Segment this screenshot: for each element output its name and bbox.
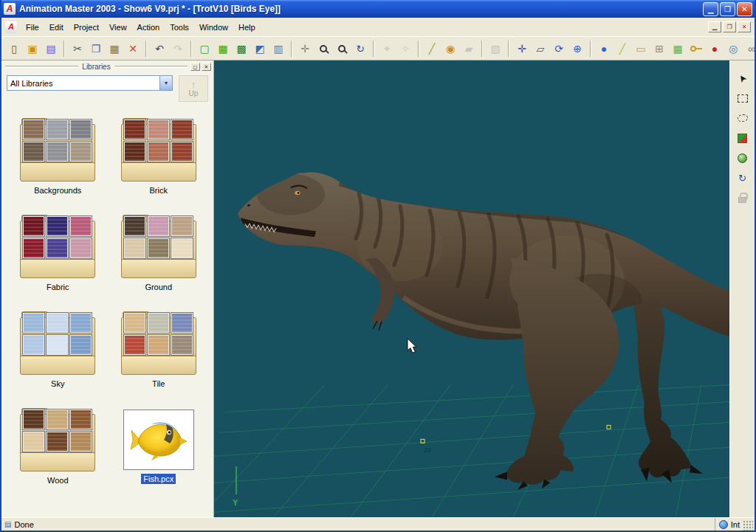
shaded-mode-button[interactable]: ▩ bbox=[233, 40, 250, 58]
texture-swatch bbox=[148, 238, 169, 258]
scale-tool-button[interactable]: ▱ bbox=[532, 40, 549, 58]
scale-tool-icon: ▱ bbox=[537, 44, 545, 54]
bound-mode-button[interactable]: ▢ bbox=[196, 40, 213, 58]
world-axes-button[interactable]: ⊕ bbox=[568, 40, 586, 58]
undo-button[interactable]: ↶ bbox=[151, 40, 168, 58]
bones-mode-button[interactable]: ╱ bbox=[423, 40, 441, 58]
lock-tool[interactable] bbox=[733, 189, 752, 207]
texture-swatch bbox=[47, 410, 68, 429]
resize-grip[interactable] bbox=[743, 520, 753, 531]
panel-collapse-button[interactable]: ◻ bbox=[190, 63, 200, 71]
close-button[interactable]: ✕ bbox=[737, 2, 752, 16]
toolbar-separator bbox=[373, 41, 374, 57]
key-button[interactable] bbox=[687, 40, 705, 58]
patch-select-tool[interactable] bbox=[733, 129, 752, 147]
delete-button[interactable]: ✕ bbox=[124, 40, 142, 58]
minimize-button[interactable]: ▁ bbox=[703, 2, 718, 16]
texture-swatch bbox=[47, 142, 68, 162]
pan-tool-button[interactable]: ✛ bbox=[296, 40, 314, 58]
rotate-tool-button[interactable]: ⟳ bbox=[550, 40, 568, 58]
shaded-mode-icon: ▩ bbox=[236, 44, 246, 54]
move-tool-button[interactable]: ✛ bbox=[513, 40, 531, 58]
toolbar-separator bbox=[145, 41, 147, 57]
new-project-button[interactable]: ▯ bbox=[5, 40, 23, 58]
menu-project[interactable]: Project bbox=[69, 20, 104, 35]
dynamics-button[interactable]: ▰ bbox=[460, 40, 478, 58]
up-button[interactable]: ↑ Up bbox=[179, 75, 208, 102]
ruler-button[interactable]: ▭ bbox=[632, 40, 650, 58]
menu-edit[interactable]: Edit bbox=[44, 20, 69, 35]
add-spline-button[interactable]: ╱ bbox=[614, 40, 631, 58]
library-item-fish-pcx[interactable]: Fish.pcx bbox=[111, 408, 206, 486]
document-icon: A bbox=[5, 21, 17, 33]
library-item-fabric[interactable]: Fabric bbox=[10, 215, 105, 292]
menu-file[interactable]: File bbox=[21, 20, 44, 35]
shaded-wireframe-mode-button[interactable]: ◩ bbox=[251, 40, 269, 58]
toolbar-separator bbox=[508, 41, 509, 57]
record-button[interactable]: ● bbox=[706, 40, 724, 58]
copy-button[interactable]: ❐ bbox=[87, 40, 105, 58]
header-groove bbox=[114, 66, 188, 68]
menu-window[interactable]: Window bbox=[194, 20, 233, 35]
lasso-tool-icon bbox=[738, 114, 748, 122]
library-item-sky[interactable]: Sky bbox=[10, 311, 105, 389]
texture-swatch bbox=[23, 120, 44, 139]
skeletal-mode-button[interactable]: ✦ bbox=[378, 40, 396, 58]
texture-swatch bbox=[124, 120, 145, 139]
status-connection-panel: Int bbox=[715, 518, 755, 531]
mdi-close-button[interactable]: ✕ bbox=[738, 21, 751, 32]
open-project-button[interactable]: ▣ bbox=[24, 40, 41, 58]
sphere-mode-tool[interactable] bbox=[733, 149, 752, 167]
scene-viewport[interactable]: 20 Y bbox=[214, 61, 729, 517]
toolbar-separator bbox=[291, 41, 292, 57]
main-area: Libraries ◻ ✕ All Libraries ▼ ↑ Up Backg… bbox=[1, 61, 755, 517]
library-item-backgrounds[interactable]: Backgrounds bbox=[10, 118, 105, 196]
manipulator-markers[interactable]: 20 bbox=[421, 425, 611, 454]
library-filter-select[interactable]: All Libraries ▼ bbox=[7, 75, 173, 91]
library-item-brick[interactable]: Brick bbox=[111, 118, 206, 196]
fish-thumbnail bbox=[123, 410, 194, 470]
menu-help[interactable]: Help bbox=[233, 20, 261, 35]
mdi-restore-button[interactable]: ❐ bbox=[723, 21, 736, 32]
internet-button[interactable]: ◎ bbox=[724, 40, 742, 58]
restore-button[interactable]: ❐ bbox=[720, 2, 735, 16]
zoom-fit-button[interactable] bbox=[333, 40, 351, 58]
trex-model[interactable] bbox=[238, 172, 729, 490]
texture-swatch bbox=[47, 313, 68, 333]
grid-button[interactable]: ⊞ bbox=[650, 40, 668, 58]
texture-swatch bbox=[124, 142, 145, 162]
cp-weights-button[interactable]: ◉ bbox=[441, 40, 459, 58]
lasso-tool[interactable] bbox=[733, 109, 752, 127]
link-button[interactable]: ∞ bbox=[743, 40, 755, 58]
texture-swatches bbox=[23, 216, 92, 258]
render-preview-button[interactable]: ● bbox=[595, 40, 613, 58]
turn-tool-button[interactable]: ↻ bbox=[351, 40, 369, 58]
texture-swatches bbox=[124, 313, 193, 355]
turn-view-tool[interactable]: ↻ bbox=[733, 169, 752, 187]
curves-mode-button[interactable]: ▥ bbox=[269, 40, 287, 58]
library-item-ground[interactable]: Ground bbox=[111, 215, 206, 292]
snap-to-grid-button[interactable]: ▦ bbox=[669, 40, 687, 58]
save-project-button[interactable]: ▤ bbox=[42, 40, 60, 58]
menu-view[interactable]: View bbox=[104, 20, 132, 35]
zoom-tool-icon bbox=[320, 45, 327, 52]
select-tool[interactable]: ➤ bbox=[733, 69, 752, 87]
rect-select-tool[interactable] bbox=[733, 89, 752, 107]
paste-button[interactable]: ▦ bbox=[106, 40, 123, 58]
progressive-render-button[interactable]: ▧ bbox=[487, 40, 504, 58]
redo-button[interactable]: ↷ bbox=[169, 40, 187, 58]
mdi-minimize-button[interactable]: ▁ bbox=[708, 21, 721, 32]
cut-button[interactable]: ✂ bbox=[69, 40, 86, 58]
dropdown-arrow-icon[interactable]: ▼ bbox=[159, 76, 172, 90]
zoom-tool-button[interactable] bbox=[315, 40, 332, 58]
muscle-mode-button[interactable]: ✧ bbox=[396, 40, 414, 58]
library-item-wood[interactable]: Wood bbox=[10, 408, 105, 486]
panel-close-button[interactable]: ✕ bbox=[202, 63, 211, 71]
menu-tools[interactable]: Tools bbox=[165, 20, 194, 35]
libraries-panel: Libraries ◻ ✕ All Libraries ▼ ↑ Up Backg… bbox=[1, 61, 214, 517]
library-item-tile[interactable]: Tile bbox=[111, 311, 206, 389]
menu-action[interactable]: Action bbox=[132, 20, 165, 35]
texture-swatch bbox=[70, 313, 92, 333]
texture-swatch bbox=[148, 313, 169, 333]
wireframe-mode-button[interactable]: ▦ bbox=[214, 40, 232, 58]
